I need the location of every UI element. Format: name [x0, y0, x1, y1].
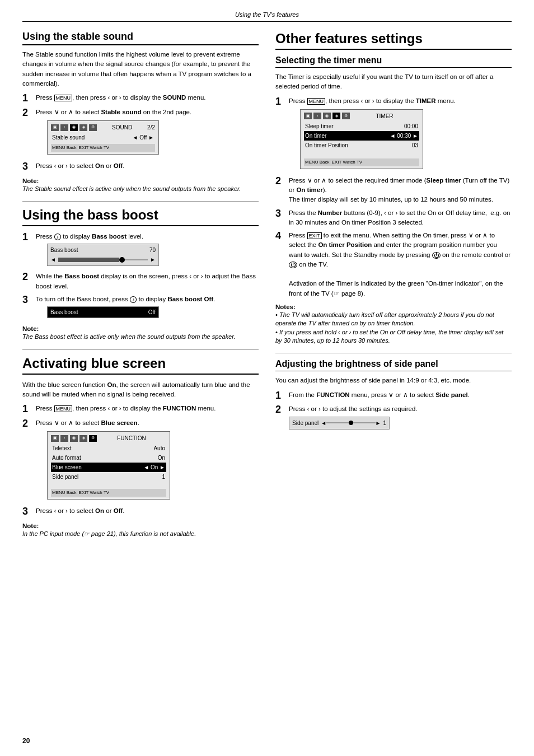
step1-content: Press MENU, then press ‹ or › to display… [36, 93, 259, 102]
on-timer-label: On timer [305, 132, 326, 140]
bass-off-label: Bass boost [50, 308, 78, 316]
bar-line [58, 259, 148, 260]
bass-boost-note: Note: The Bass boost effect is active on… [22, 325, 259, 341]
blue-screen-note: Note: In the PC input mode (☞ page 21), … [22, 522, 259, 538]
t-step-num-1: 1 [275, 96, 285, 108]
bass-off-value: Off [148, 308, 156, 316]
sound-screen-title: SOUND [112, 123, 132, 132]
stable-sound-note-text: The Stable sound effect is active only w… [22, 185, 241, 192]
bass-bar-header: Bass boost 70 [50, 246, 156, 254]
other-features-title: Other features settings [275, 31, 512, 50]
blue-screen-note-label: Note: [22, 522, 39, 529]
f-icon-1: ▣ [51, 435, 59, 442]
icon-tools: ⚙ [89, 124, 97, 131]
brightness-panel-steps: 1 From the FUNCTION menu, press ∨ or ∧ t… [275, 390, 512, 432]
bass-icon-2: ♪ [130, 296, 137, 303]
page-number: 20 [22, 737, 30, 745]
sidepanel-value-f: 1 [162, 473, 165, 481]
t-step3-content: Press the Number buttons (0-9), ‹ or › t… [289, 208, 512, 228]
icon-film: ▣ [51, 124, 59, 131]
function-screen-footer: MENU Back EXIT Watch TV [51, 489, 166, 497]
function-screen-title: FUNCTION [117, 434, 146, 442]
bass-icon: ♪ [54, 234, 62, 240]
f-icon-3: ◉ [70, 435, 78, 442]
brightness-step1: 1 From the FUNCTION menu, press ∨ or ∧ t… [275, 390, 512, 402]
stable-sound-step3: 3 Press ‹ or › to select On or Off. [22, 161, 259, 172]
t-icon-3: ◉ [323, 113, 331, 119]
timer-notes: Notes: • The TV will automatically turn … [275, 303, 512, 346]
bluescreen-label: Blue screen [52, 463, 82, 472]
bb-step3-content: To turn off the Bass boost, press ♪ to d… [36, 295, 259, 320]
teletext-label: Teletext [52, 444, 71, 452]
sound-screen: ▣ ♪ ◉ ◈ ⚙ SOUND 2/2 Stable sound [47, 120, 159, 155]
t-step-num-4: 4 [275, 231, 285, 242]
timer-step3: 3 Press the Number buttons (0-9), ‹ or ›… [275, 208, 512, 228]
blue-screen-steps: 1 Press MENU, then press ‹ or › to displ… [22, 404, 259, 517]
right-column: Other features settings Selecting the ti… [275, 31, 512, 543]
autoformat-value: On [158, 454, 165, 462]
t-step2-content: Press ∨ or ∧ to select the required time… [289, 176, 512, 205]
stable-sound-steps: 1 Press MENU, then press ‹ or › to displ… [22, 93, 259, 172]
side-panel-bar: Side panel ◄ ► 1 [289, 417, 390, 430]
function-screen: ▣ ♪ ◉ ◈ ⚙ FUNCTION Teletext [47, 431, 170, 500]
t-exit-watch: EXIT Watch TV [332, 159, 363, 166]
sleep-timer-row: Sleep timer 00:00 [304, 122, 419, 131]
blue-screen-step2: 2 Press ∨ or ∧ to select Blue screen. ▣ … [22, 418, 259, 503]
function-screen-icons: ▣ ♪ ◉ ◈ ⚙ [51, 435, 97, 442]
bp-step-num-2: 2 [275, 404, 285, 416]
sidepanel-row-f: Side panel 1 [51, 472, 166, 482]
divider-right [275, 353, 512, 353]
on-timer-value: ◄ 00:30 ► [390, 132, 418, 140]
sp-bar-dot [349, 421, 353, 425]
bar-arrow-right: ► [150, 255, 156, 264]
side-panel-value: 1 [383, 419, 386, 427]
menu-icon-2: MENU [54, 405, 73, 412]
function-screen-header: ▣ ♪ ◉ ◈ ⚙ FUNCTION [51, 434, 166, 442]
stable-sound-label: Stable sound [52, 133, 85, 142]
sound-screen-header: ▣ ♪ ◉ ◈ ⚙ SOUND 2/2 [51, 123, 155, 132]
header-text: Using the TV's features [235, 11, 299, 18]
sp-bar-line-2 [353, 422, 376, 423]
menu-back-label: MENU Back [52, 144, 77, 151]
blue-screen-note-text: In the PC input mode (☞ page 21), this f… [22, 530, 196, 537]
blue-screen-title: Activating blue screen [22, 356, 259, 375]
t-icon-2: ♪ [313, 113, 321, 119]
bluescreen-row: Blue screen ◄ On ► [51, 463, 166, 472]
stable-sound-step1: 1 Press MENU, then press ‹ or › to displ… [22, 93, 259, 104]
timer-screen-header: ▣ ♪ ◉ ◈ ⚙ TIMER [304, 112, 419, 120]
t-step4-content: Press EXIT to exit the menu. When settin… [289, 231, 512, 298]
t-step1-content: Press MENU, then press ‹ or › to display… [289, 96, 512, 172]
bp-step2-content: Press ‹ or › to adjust the settings as r… [289, 404, 512, 431]
icon-image: ◈ [79, 124, 87, 131]
stable-sound-value: ◄ Off ► [132, 133, 154, 142]
bb-step2-content: While the Bass boost display is on the s… [36, 272, 259, 291]
timer-menu-body: The Timer is especially useful if you wa… [275, 72, 512, 92]
exit-watch-label: EXIT Watch TV [79, 144, 110, 151]
bp-step1-content: From the FUNCTION menu, press ∨ or ∧ to … [289, 390, 512, 400]
menu-icon: MENU [54, 95, 73, 101]
icon-sound: ◉ [70, 124, 78, 131]
timer-screen-title: TIMER [376, 112, 393, 120]
on-timer-row: On timer ◄ 00:30 ► [304, 131, 419, 141]
f-menu-back: MENU Back [52, 489, 77, 496]
bass-bar-value: 70 [149, 246, 156, 254]
on-timer-pos-row: On timer Position 03 [304, 141, 419, 150]
stable-sound-body: The Stable sound function limits the hig… [22, 50, 259, 88]
timer-screen-spacer-2 [304, 150, 419, 157]
bass-off-box: Bass boost Off [47, 306, 159, 318]
timer-note2: • If you press and hold ‹ or › to set th… [275, 329, 503, 344]
t-step-num-3: 3 [275, 208, 285, 220]
bass-boost-note-label: Note: [22, 325, 39, 332]
sleep-timer-value: 00:00 [404, 122, 418, 130]
t-menu-back: MENU Back [305, 159, 330, 166]
icon-music: ♪ [60, 124, 68, 131]
step3-content: Press ‹ or › to select On or Off. [36, 161, 259, 171]
bb-step-num-3: 3 [22, 295, 32, 306]
left-column: Using the stable sound The Stable sound … [22, 31, 259, 543]
bass-boost-title: Using the bass boost [22, 207, 259, 226]
bar-fill [58, 258, 119, 262]
bass-boost-steps: 1 Press ♪ to display Bass boost level. B… [22, 232, 259, 320]
divider-2 [22, 349, 259, 350]
on-timer-pos-value: 03 [412, 141, 418, 150]
page: Using the TV's features Using the stable… [0, 0, 534, 756]
